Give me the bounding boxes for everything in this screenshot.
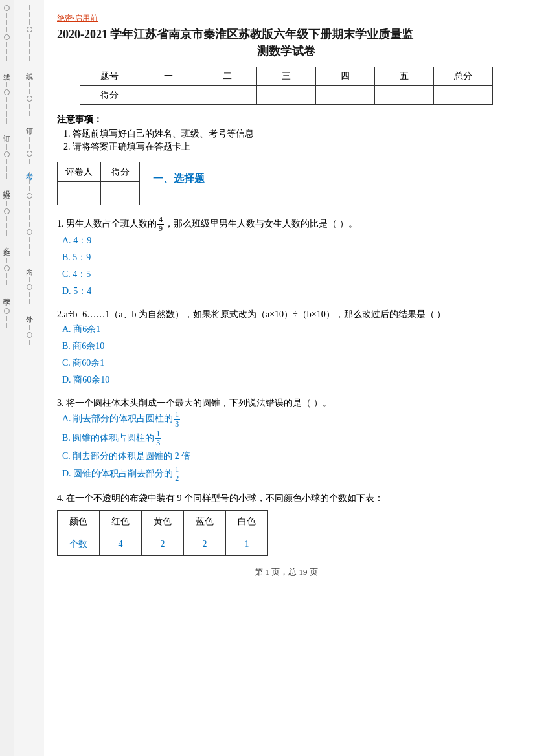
margin-line <box>29 111 30 116</box>
notes-item-2: 2. 请将答案正确填写在答题卡上 <box>63 141 516 153</box>
margin-line <box>6 251 7 256</box>
margin-line <box>29 104 30 109</box>
margin-line <box>6 230 7 236</box>
margin-label-xian: 线 <box>2 67 12 69</box>
scorer-header-pinjuanren: 评卷人 <box>58 162 101 182</box>
q3-d-fraction: 12 <box>174 465 180 483</box>
sub-title: 测数学试卷 <box>57 43 516 59</box>
margin-circle <box>4 151 10 157</box>
q1-fraction: 49 <box>157 216 164 233</box>
margin-line <box>29 244 30 249</box>
margin-line <box>6 223 7 228</box>
margin-line <box>6 173 7 179</box>
margin-line <box>6 280 7 285</box>
inner-strip: 线 订 考 内 外 <box>14 0 44 756</box>
margin-circle <box>27 193 32 199</box>
color-table-data-label: 个数 <box>58 533 100 555</box>
margin-line <box>6 75 7 80</box>
score-table-header-5: 五 <box>374 67 433 86</box>
margin-line <box>29 12 30 17</box>
outer-strip: 线 订 级班 名姓 校学 <box>0 0 14 756</box>
q2-option-d: D. 商60余10 <box>62 372 516 388</box>
notes-title: 注意事项： <box>57 114 516 126</box>
margin-line <box>29 215 30 220</box>
margin-label-ding: 订 <box>2 129 12 131</box>
score-table-header-2: 二 <box>198 67 257 86</box>
margin-line <box>29 325 30 330</box>
color-table-data-blue: 2 <box>184 533 226 555</box>
scorer-table: 评卷人 得分 <box>57 162 140 205</box>
q2-option-c: C. 商60余1 <box>62 355 516 371</box>
margin-line <box>6 194 7 199</box>
score-table-header-3: 三 <box>257 67 316 86</box>
score-table-header-tihao: 题号 <box>80 67 139 86</box>
margin-circle <box>27 96 32 102</box>
margin-line <box>29 237 30 242</box>
color-table-data-red: 4 <box>100 533 142 555</box>
question-3: 3. 将一个圆柱体木头削成一个最大的圆锥，下列说法错误的是（ ）。 A. 削去部… <box>57 395 516 484</box>
q1-option-c: C. 4：5 <box>62 267 516 282</box>
score-table: 题号 一 二 三 四 五 总分 得分 <box>80 67 492 105</box>
question-1: 1. 男生人数占全班人数的49，那么班级里男生人数与女生人数的比是（ ）。 A.… <box>57 216 516 299</box>
margin-line <box>6 27 7 32</box>
margin-line <box>6 301 7 306</box>
color-table-header-yellow: 黄色 <box>142 511 184 533</box>
margin-line <box>29 270 30 275</box>
color-table-header-red: 红色 <box>100 511 142 533</box>
margin-line <box>29 89 30 94</box>
q1-option-d: D. 5：4 <box>62 284 516 299</box>
q2-option-a: A. 商6余1 <box>62 322 516 337</box>
scorer-blank-2 <box>101 182 140 205</box>
margin-line <box>29 159 30 164</box>
margin-line <box>29 179 30 184</box>
margin-line <box>29 34 30 39</box>
margin-circle <box>4 265 10 271</box>
margin-label-mingxing: 名姓 <box>2 241 12 245</box>
inner-label-nei: 内 <box>25 262 34 264</box>
margin-line <box>6 56 7 61</box>
q2-text: 2.a÷b=6……1（a、b 为自然数），如果将原式改为（a×10）÷（b×10… <box>57 307 516 322</box>
score-table-score-4 <box>315 86 374 105</box>
margin-circle <box>4 89 10 95</box>
notes-item-1: 1. 答题前填写好自己的姓名、班级、考号等信息 <box>63 128 516 140</box>
color-table-header-white: 白色 <box>226 511 268 533</box>
margin-line <box>6 201 7 206</box>
margin-line <box>29 299 30 304</box>
inner-label-ding: 订 <box>25 122 34 124</box>
margin-line <box>29 49 30 54</box>
q3-b-fraction: 13 <box>155 430 161 447</box>
margin-line <box>29 5 30 10</box>
margin-line <box>6 118 7 124</box>
margin-circle <box>4 34 10 40</box>
margin-line <box>29 201 30 206</box>
margin-line <box>29 74 30 80</box>
margin-line <box>6 273 7 278</box>
margin-label-jiaoxue: 校学 <box>2 291 12 295</box>
score-table-header-4: 四 <box>315 67 374 86</box>
q3-option-c: C. 削去部分的体积是圆锥的 2 倍 <box>62 449 516 464</box>
main-content: 绝密·启用前 2020-2021 学年江苏省南京市秦淮区苏教版六年级下册期末学业… <box>44 0 535 756</box>
margin-circle <box>27 332 32 338</box>
q1-text-after: ，那么班级里男生人数与女生人数的比是（ ）。 <box>165 219 358 228</box>
secret-label: 绝密·启用前 <box>57 13 516 24</box>
margin-circle <box>4 208 10 214</box>
margin-line <box>6 316 7 321</box>
q4-text: 4. 在一个不透明的布袋中装有 9 个同样型号的小球，不同颜色小球的个数如下表： <box>57 491 516 506</box>
margin-line <box>29 41 30 47</box>
q3-text: 3. 将一个圆柱体木头削成一个最大的圆锥，下列说法错误的是（ ）。 <box>57 395 516 411</box>
margin-line <box>6 258 7 263</box>
margin-circle <box>27 229 32 235</box>
margin-line <box>29 292 30 297</box>
margin-line <box>6 104 7 109</box>
margin-line <box>6 42 7 47</box>
main-title: 2020-2021 学年江苏省南京市秦淮区苏教版六年级下册期末学业质量监 <box>57 27 516 42</box>
color-table-data-white: 1 <box>226 533 268 555</box>
margin-line <box>29 82 30 87</box>
margin-line <box>29 222 30 227</box>
score-table-score-3 <box>257 86 316 105</box>
margin-circle <box>4 5 10 11</box>
notes-section: 注意事项： 1. 答题前填写好自己的姓名、班级、考号等信息 2. 请将答案正确填… <box>57 114 516 153</box>
margin-circle <box>27 151 32 157</box>
margin-label-jiban: 级班 <box>2 184 12 188</box>
score-table-header-total: 总分 <box>433 67 492 86</box>
